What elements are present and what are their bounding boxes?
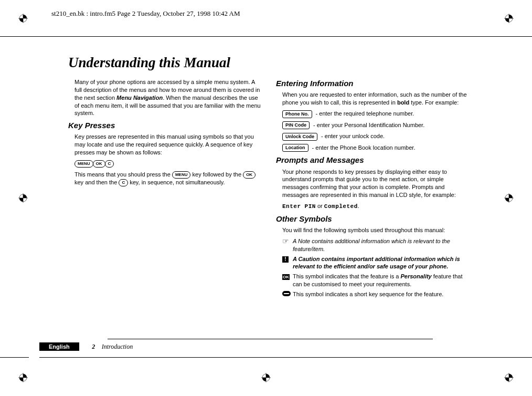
page-title: Understanding this Manual <box>68 55 472 71</box>
crop-mark-icon <box>261 373 271 382</box>
heading-entering-info: Entering Information <box>276 78 470 89</box>
heading-key-presses: Key Presses <box>68 120 262 131</box>
kp-paragraph: Key presses are represented in this manu… <box>75 133 262 157</box>
short-key-icon <box>282 290 292 298</box>
entry-row: Unlock Code - enter your unlock code. <box>282 132 470 141</box>
crop-mark-icon <box>504 14 514 23</box>
menu-key-icon: MENU <box>172 171 191 179</box>
page-number: 2 <box>92 343 95 351</box>
os-paragraph: You will find the following symbols used… <box>282 226 470 234</box>
personality-row: OK This symbol indicates that the featur… <box>282 273 470 288</box>
crop-mark-icon <box>504 373 514 382</box>
heading-prompts: Prompts and Messages <box>276 155 470 165</box>
ei-paragraph: When you are requested to enter informat… <box>282 91 470 107</box>
page-footer: English 2 Introduction <box>39 339 459 351</box>
key-sequence: MENUOKC <box>75 160 262 168</box>
crop-mark-icon <box>18 193 28 203</box>
entry-row: Location - enter the Phone Book location… <box>282 144 470 152</box>
caution-row: ! A Caution contains important additiona… <box>282 255 470 271</box>
entry-row: PIN Code - enter your Personal Identific… <box>282 121 470 130</box>
intro-paragraph: Many of your phone options are accessed … <box>75 78 262 117</box>
caution-icon: ! <box>282 255 292 263</box>
phone-no-label: Phone No. <box>282 110 312 118</box>
language-badge: English <box>39 342 79 351</box>
lcd-text: Completed <box>324 203 358 210</box>
note-row: ☞ A Note contains additional information… <box>282 237 470 253</box>
kp-explain: This means that you should press the MEN… <box>75 171 262 186</box>
pm-paragraph: Your phone responds to key presses by di… <box>282 168 470 199</box>
footer-rule <box>39 357 532 358</box>
running-header: st210_en.bk : intro.fm5 Page 2 Tuesday, … <box>51 9 240 18</box>
menu-key-icon: MENU <box>75 160 93 168</box>
location-label: Location <box>282 144 308 152</box>
shortkey-row: This symbol indicates a short key sequen… <box>282 290 470 298</box>
crop-mark-icon <box>18 14 28 23</box>
pm-example: Enter PIN or Completed. <box>282 202 470 211</box>
c-key-icon: C <box>119 179 128 186</box>
heading-other-symbols: Other Symbols <box>276 214 470 224</box>
unlock-code-label: Unlock Code <box>282 133 317 141</box>
header-rule <box>0 36 532 37</box>
ok-key-icon: OK <box>93 160 105 168</box>
page-body: Understanding this Manual Many of your p… <box>68 55 472 300</box>
entry-row: Phone No. - enter the required telephone… <box>282 110 470 118</box>
ok-box-icon: OK <box>282 273 292 280</box>
crop-mark-icon <box>504 193 514 203</box>
c-key-icon: C <box>105 160 114 168</box>
ok-key-icon: OK <box>243 171 256 179</box>
lcd-text: Enter PIN <box>282 203 316 210</box>
note-icon: ☞ <box>282 237 292 245</box>
left-column: Many of your phone options are accessed … <box>68 78 262 300</box>
pin-code-label: PIN Code <box>282 121 310 129</box>
right-column: Entering Information When you are reques… <box>276 78 470 300</box>
chapter-name: Introduction <box>102 343 133 351</box>
crop-mark-icon <box>18 373 28 382</box>
footer-rule <box>0 357 29 358</box>
